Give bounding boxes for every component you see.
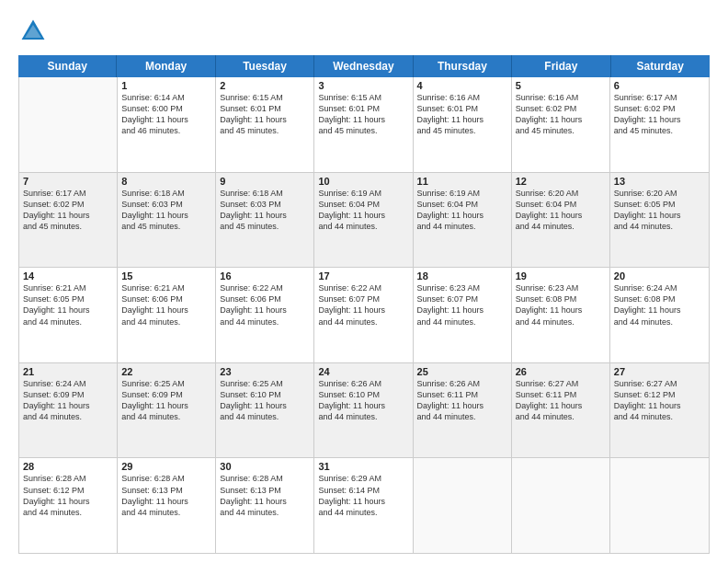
calendar-cell: 2Sunrise: 6:15 AMSunset: 6:01 PMDaylight… [216, 77, 314, 172]
cell-info-line: Sunrise: 6:20 AM [516, 188, 606, 199]
cell-info-line: Sunrise: 6:26 AM [417, 378, 507, 389]
day-number: 25 [417, 366, 507, 377]
day-number: 8 [121, 176, 211, 187]
day-number: 9 [220, 176, 310, 187]
cell-info-line: Sunrise: 6:23 AM [516, 282, 606, 293]
calendar-cell: 20Sunrise: 6:24 AMSunset: 6:08 PMDayligh… [610, 268, 709, 362]
cell-info-line: Sunrise: 6:23 AM [417, 282, 507, 293]
day-number: 3 [318, 80, 408, 91]
cell-info-line: Sunset: 6:11 PM [516, 389, 606, 400]
cell-info-line: and 44 minutes. [121, 507, 211, 518]
cell-info-line: and 45 minutes. [121, 221, 211, 232]
cell-info-line: Sunset: 6:02 PM [614, 103, 705, 114]
cell-info-line: Sunset: 6:06 PM [220, 293, 310, 304]
calendar-cell: 13Sunrise: 6:20 AMSunset: 6:05 PMDayligh… [610, 173, 709, 268]
calendar-row: 14Sunrise: 6:21 AMSunset: 6:05 PMDayligh… [19, 268, 709, 363]
day-number: 16 [220, 270, 310, 282]
cell-info-line: and 44 minutes. [417, 411, 507, 422]
calendar-header: SundayMondayTuesdayWednesdayThursdayFrid… [18, 55, 710, 77]
calendar-cell: 15Sunrise: 6:21 AMSunset: 6:06 PMDayligh… [118, 268, 216, 362]
calendar-cell: 4Sunrise: 6:16 AMSunset: 6:01 PMDaylight… [414, 77, 512, 172]
cell-info-line: Daylight: 11 hours [220, 114, 310, 125]
calendar-cell: 10Sunrise: 6:19 AMSunset: 6:04 PMDayligh… [314, 173, 413, 268]
cell-info-line: and 44 minutes. [417, 221, 507, 232]
cell-info-line: Sunrise: 6:24 AM [23, 378, 113, 389]
cell-info-line: Sunrise: 6:19 AM [318, 188, 408, 199]
calendar-cell: 22Sunrise: 6:25 AMSunset: 6:09 PMDayligh… [118, 363, 216, 458]
page: SundayMondayTuesdayWednesdayThursdayFrid… [0, 0, 728, 563]
cell-info-line: Daylight: 11 hours [220, 210, 310, 221]
cell-info-line: and 44 minutes. [614, 411, 705, 422]
day-number: 4 [417, 80, 507, 91]
calendar-cell: 16Sunrise: 6:22 AMSunset: 6:06 PMDayligh… [216, 268, 314, 362]
cell-info-line: and 44 minutes. [516, 316, 606, 327]
cell-info-line: Daylight: 11 hours [417, 304, 507, 316]
cal-header-day: Saturday [611, 55, 710, 77]
cell-info-line: and 44 minutes. [516, 221, 606, 232]
cell-info-line: Daylight: 11 hours [23, 210, 113, 221]
cell-info-line: Daylight: 11 hours [220, 496, 310, 507]
cell-info-line: Daylight: 11 hours [121, 400, 211, 411]
cell-info-line: Sunset: 6:04 PM [516, 199, 606, 210]
cell-info-line: and 44 minutes. [417, 316, 507, 327]
cell-info-line: Sunrise: 6:25 AM [121, 378, 211, 389]
cell-info-line: Daylight: 11 hours [417, 114, 507, 125]
cell-info-line: Daylight: 11 hours [516, 304, 606, 316]
cell-info-line: Daylight: 11 hours [220, 304, 310, 316]
cell-info-line: Sunset: 6:09 PM [23, 389, 113, 400]
day-number: 11 [417, 176, 507, 187]
header [18, 17, 710, 46]
cell-info-line: Daylight: 11 hours [121, 304, 211, 316]
cell-info-line: Sunset: 6:03 PM [220, 199, 310, 210]
day-number: 30 [220, 461, 310, 472]
cell-info-line: Sunset: 6:07 PM [318, 293, 408, 304]
cell-info-line: Daylight: 11 hours [516, 114, 606, 125]
calendar-cell: 29Sunrise: 6:28 AMSunset: 6:13 PMDayligh… [118, 458, 216, 553]
day-number: 29 [121, 461, 211, 472]
cell-info-line: and 45 minutes. [318, 125, 408, 136]
cell-info-line: Sunrise: 6:17 AM [23, 188, 113, 199]
day-number: 21 [23, 366, 113, 377]
calendar-cell: 1Sunrise: 6:14 AMSunset: 6:00 PMDaylight… [118, 77, 216, 172]
calendar-cell: 25Sunrise: 6:26 AMSunset: 6:11 PMDayligh… [414, 363, 512, 458]
cell-info-line: Sunset: 6:01 PM [318, 103, 408, 114]
cell-info-line: Sunset: 6:00 PM [121, 103, 211, 114]
calendar-row: 1Sunrise: 6:14 AMSunset: 6:00 PMDaylight… [19, 77, 709, 173]
cell-info-line: Sunset: 6:09 PM [121, 389, 211, 400]
cell-info-line: Daylight: 11 hours [318, 114, 408, 125]
calendar-cell: 3Sunrise: 6:15 AMSunset: 6:01 PMDaylight… [314, 77, 413, 172]
cell-info-line: and 44 minutes. [318, 316, 408, 327]
calendar-cell: 17Sunrise: 6:22 AMSunset: 6:07 PMDayligh… [314, 268, 413, 362]
cell-info-line: Sunrise: 6:15 AM [220, 92, 310, 103]
cell-info-line: Daylight: 11 hours [23, 400, 113, 411]
cell-info-line: Daylight: 11 hours [516, 210, 606, 221]
cell-info-line: and 44 minutes. [23, 316, 113, 327]
cell-info-line: Sunrise: 6:17 AM [614, 92, 705, 103]
cell-info-line: Sunrise: 6:16 AM [417, 92, 507, 103]
cell-info-line: Sunset: 6:10 PM [318, 389, 408, 400]
day-number: 1 [121, 80, 211, 91]
calendar-cell: 23Sunrise: 6:25 AMSunset: 6:10 PMDayligh… [216, 363, 314, 458]
cell-info-line: and 45 minutes. [220, 125, 310, 136]
cell-info-line: and 44 minutes. [23, 507, 113, 518]
cell-info-line: Sunrise: 6:28 AM [121, 473, 211, 484]
calendar-cell: 26Sunrise: 6:27 AMSunset: 6:11 PMDayligh… [512, 363, 610, 458]
cell-info-line: and 45 minutes. [220, 221, 310, 232]
calendar-cell [414, 458, 512, 553]
calendar-body: 1Sunrise: 6:14 AMSunset: 6:00 PMDaylight… [18, 77, 710, 554]
cal-header-day: Wednesday [314, 55, 413, 77]
cell-info-line: Sunrise: 6:15 AM [318, 92, 408, 103]
cell-info-line: Sunset: 6:08 PM [516, 293, 606, 304]
day-number: 19 [516, 270, 606, 282]
cell-info-line: and 45 minutes. [23, 221, 113, 232]
day-number: 23 [220, 366, 310, 377]
cell-info-line: Sunset: 6:04 PM [318, 199, 408, 210]
calendar-cell: 21Sunrise: 6:24 AMSunset: 6:09 PMDayligh… [19, 363, 118, 458]
cal-header-day: Thursday [414, 55, 512, 77]
calendar-cell: 6Sunrise: 6:17 AMSunset: 6:02 PMDaylight… [610, 77, 709, 172]
cell-info-line: Daylight: 11 hours [516, 400, 606, 411]
cell-info-line: and 44 minutes. [614, 316, 705, 327]
cell-info-line: Sunset: 6:02 PM [23, 199, 113, 210]
cell-info-line: Daylight: 11 hours [121, 496, 211, 507]
cal-header-day: Tuesday [216, 55, 314, 77]
